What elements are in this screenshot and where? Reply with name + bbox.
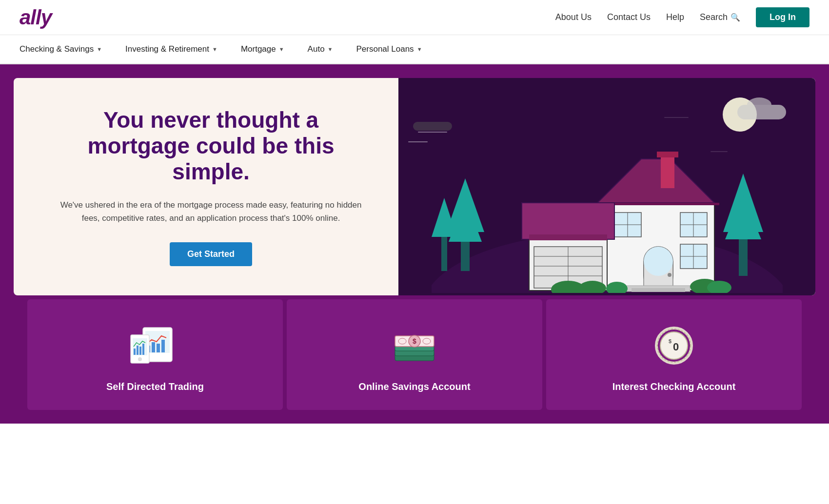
- svg-point-36: [707, 281, 731, 294]
- svg-text:0: 0: [673, 341, 679, 353]
- svg-rect-46: [152, 342, 155, 352]
- card-checking-label: Interest Checking Account: [612, 381, 736, 392]
- mortgage-label: Mortgage: [241, 44, 276, 54]
- chevron-down-icon-3: ▼: [328, 46, 333, 52]
- trading-icon: [128, 324, 182, 368]
- svg-point-55: [138, 357, 142, 361]
- search-icon: 🔍: [730, 13, 740, 22]
- nav-item-checking-savings[interactable]: Checking & Savings ▼: [20, 44, 102, 54]
- get-started-button[interactable]: Get Started: [170, 242, 252, 266]
- chevron-down-icon-1: ▼: [212, 46, 217, 52]
- house-illustration: [432, 105, 783, 295]
- card-online-savings[interactable]: $ Online Savings Account: [287, 299, 542, 410]
- chevron-down-icon-0: ▼: [97, 46, 102, 52]
- svg-rect-47: [157, 344, 160, 352]
- card-interest-checking[interactable]: $ 0 Interest Checking Account: [546, 299, 802, 410]
- hero-card: You never thought a mortgage could be th…: [14, 78, 815, 295]
- card-self-directed-trading[interactable]: Self Directed Trading: [27, 299, 283, 410]
- svg-rect-51: [134, 349, 136, 355]
- nav-item-personal-loans[interactable]: Personal Loans ▼: [356, 44, 422, 54]
- top-nav-links: About Us Contact Us Help Search 🔍 Log In: [555, 7, 809, 27]
- house-svg-container: [398, 105, 815, 295]
- svg-marker-28: [522, 203, 614, 239]
- search-link[interactable]: Search 🔍: [700, 12, 740, 22]
- nav-item-investing-retirement[interactable]: Investing & Retirement ▼: [125, 44, 217, 54]
- svg-marker-24: [597, 159, 714, 203]
- checking-icon: $ 0: [647, 324, 701, 368]
- purple-section: You never thought a mortgage could be th…: [0, 64, 829, 424]
- savings-icon: $: [388, 324, 441, 368]
- search-label: Search: [700, 12, 728, 22]
- svg-rect-29: [529, 234, 607, 240]
- svg-rect-48: [161, 340, 165, 352]
- svg-rect-52: [137, 346, 138, 355]
- svg-rect-27: [657, 152, 678, 157]
- svg-rect-31: [632, 288, 685, 292]
- svg-rect-40: [432, 293, 783, 295]
- hero-subtitle: We've ushered in the era of the mortgage…: [53, 198, 369, 225]
- nav-item-auto[interactable]: Auto ▼: [308, 44, 333, 54]
- bottom-cards: Self Directed Trading $: [14, 295, 815, 424]
- chevron-down-icon-4: ▼: [417, 46, 422, 52]
- svg-rect-26: [661, 154, 674, 188]
- card-self-directed-label: Self Directed Trading: [106, 381, 204, 392]
- help-link[interactable]: Help: [666, 12, 684, 22]
- top-nav: ally About Us Contact Us Help Search 🔍 L…: [0, 0, 829, 35]
- svg-rect-53: [139, 347, 141, 355]
- nav-item-mortgage[interactable]: Mortgage ▼: [241, 44, 284, 54]
- svg-text:$: $: [669, 338, 671, 344]
- svg-rect-54: [142, 344, 144, 355]
- auto-label: Auto: [308, 44, 325, 54]
- svg-text:$: $: [413, 337, 416, 345]
- contact-us-link[interactable]: Contact Us: [607, 12, 651, 22]
- card-savings-label: Online Savings Account: [358, 381, 470, 392]
- hero-text-side: You never thought a mortgage could be th…: [14, 78, 398, 295]
- hero-title: You never thought a mortgage could be th…: [53, 107, 369, 185]
- checking-savings-label: Checking & Savings: [20, 44, 94, 54]
- login-button[interactable]: Log In: [756, 7, 809, 27]
- logo[interactable]: ally: [20, 6, 52, 29]
- svg-point-42: [644, 247, 673, 276]
- main-nav: Checking & Savings ▼ Investing & Retirem…: [0, 35, 829, 64]
- hero-illustration: [398, 78, 815, 295]
- svg-rect-4: [441, 232, 447, 271]
- personal-loans-label: Personal Loans: [356, 44, 414, 54]
- svg-point-41: [668, 273, 671, 277]
- investing-retirement-label: Investing & Retirement: [125, 44, 209, 54]
- chevron-down-icon-2: ▼: [279, 46, 284, 52]
- about-us-link[interactable]: About Us: [555, 12, 592, 22]
